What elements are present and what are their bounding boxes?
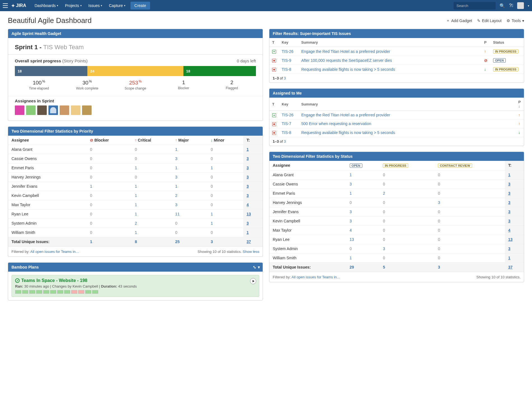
- stat-link[interactable]: 3: [175, 203, 178, 207]
- stat-link[interactable]: 2: [175, 193, 178, 198]
- avatar[interactable]: [71, 105, 80, 115]
- stat-link[interactable]: 1: [135, 203, 137, 207]
- stat-total-link[interactable]: 4: [508, 228, 510, 232]
- avatar[interactable]: [48, 105, 58, 115]
- issue-summary-link[interactable]: Requesting avaliable flights is now taki…: [301, 67, 395, 72]
- avatar[interactable]: [60, 105, 69, 115]
- stat-link[interactable]: 1: [175, 184, 178, 189]
- stat-link[interactable]: 1: [135, 230, 137, 235]
- stat-link[interactable]: 1: [135, 212, 137, 216]
- tools-button[interactable]: ⚙Tools ▾: [507, 18, 524, 23]
- stat-link[interactable]: 1: [350, 173, 352, 177]
- dropdown-icon[interactable]: ▾: [258, 265, 260, 269]
- stat-link[interactable]: 29: [350, 265, 354, 269]
- stage-ok[interactable]: [50, 290, 56, 294]
- stat-link[interactable]: 25: [175, 239, 180, 244]
- stat-link[interactable]: 1: [211, 166, 213, 170]
- stat-link[interactable]: 1: [90, 184, 92, 189]
- stat-link[interactable]: 13: [350, 237, 354, 242]
- stage-ok[interactable]: [29, 290, 35, 294]
- stat-total-link[interactable]: 3: [247, 166, 249, 170]
- stat-total-link[interactable]: 3: [247, 156, 249, 161]
- stage-ok[interactable]: [57, 290, 63, 294]
- issue-key-link[interactable]: TIS-7: [282, 121, 291, 126]
- stat-total-link[interactable]: 3: [247, 221, 249, 225]
- stat-link[interactable]: 2: [383, 191, 385, 196]
- stat-link[interactable]: 2: [135, 221, 137, 225]
- stage-ok[interactable]: [85, 290, 91, 294]
- play-button[interactable]: [250, 278, 256, 284]
- filter-link[interactable]: All open issues for Teams in…: [30, 250, 79, 254]
- stat-total-link[interactable]: 3: [508, 200, 510, 205]
- move-icon[interactable]: ⤡: [253, 265, 256, 269]
- stat-total-link[interactable]: 3: [247, 175, 249, 179]
- stat-total-link[interactable]: 13: [508, 237, 513, 242]
- stat-link[interactable]: 3: [175, 156, 178, 161]
- issue-summary-link[interactable]: Engage the Red Titan Hotel as a preferre…: [301, 49, 390, 54]
- stat-total-link[interactable]: 37: [247, 239, 251, 244]
- stat-total-link[interactable]: 3: [508, 191, 510, 196]
- stat-total-link[interactable]: 3: [247, 184, 249, 189]
- stat-link[interactable]: 3: [350, 182, 352, 186]
- stat-total-link[interactable]: 1: [247, 147, 249, 152]
- stat-link[interactable]: 5: [383, 265, 385, 269]
- stat-link[interactable]: 3: [438, 265, 440, 269]
- stat-total-link[interactable]: 3: [508, 219, 510, 223]
- search-icon[interactable]: 🔍: [500, 3, 505, 8]
- issue-summary-link[interactable]: Requesting avaliable flights is now taki…: [301, 130, 395, 135]
- stage-ok[interactable]: [92, 290, 98, 294]
- stage-ok[interactable]: [15, 290, 21, 294]
- hamburger-icon[interactable]: [3, 3, 8, 8]
- stat-total-link[interactable]: 1: [247, 230, 249, 235]
- stat-link[interactable]: 1: [175, 147, 178, 152]
- issue-key-link[interactable]: TIS-9: [282, 58, 291, 63]
- issue-key-link[interactable]: TIS-8: [282, 130, 291, 135]
- nav-item-capture[interactable]: Capture ▾: [106, 2, 128, 10]
- total-link[interactable]: 3: [284, 76, 286, 80]
- bamboo-plan-link[interactable]: Teams In Space - Website - 198: [21, 278, 87, 283]
- stat-link[interactable]: 1: [175, 166, 178, 170]
- stat-total-link[interactable]: 37: [508, 265, 513, 269]
- show-less-link[interactable]: Show less: [243, 250, 259, 254]
- stage-ok[interactable]: [22, 290, 28, 294]
- stat-link[interactable]: 1: [90, 239, 92, 244]
- stat-link[interactable]: 1: [211, 221, 213, 225]
- stat-total-link[interactable]: 3: [508, 246, 510, 251]
- nav-item-projects[interactable]: Projects ▾: [62, 2, 85, 10]
- nav-item-issues[interactable]: Issues ▾: [86, 2, 105, 10]
- stat-link[interactable]: 3: [350, 219, 352, 223]
- stage-ok[interactable]: [64, 290, 70, 294]
- stat-link[interactable]: 1: [211, 212, 213, 216]
- avatar[interactable]: [15, 105, 24, 115]
- search-input[interactable]: [454, 2, 496, 10]
- stat-total-link[interactable]: 3: [508, 182, 510, 186]
- total-link[interactable]: 3: [284, 139, 286, 144]
- avatar[interactable]: [82, 105, 92, 115]
- filter-link[interactable]: All open issues for Teams in…: [291, 275, 340, 279]
- edit-layout-button[interactable]: ✎Edit Layout: [477, 18, 501, 23]
- stat-link[interactable]: 4: [350, 228, 352, 232]
- stat-total-link[interactable]: 3: [247, 193, 249, 198]
- avatar[interactable]: [26, 105, 36, 115]
- stat-total-link[interactable]: 13: [247, 212, 251, 216]
- issue-key-link[interactable]: TIS-8: [282, 67, 291, 72]
- stat-link[interactable]: 3: [211, 239, 213, 244]
- stat-total-link[interactable]: 1: [508, 173, 510, 177]
- stat-link[interactable]: 11: [175, 212, 180, 216]
- jira-logo[interactable]: ✦ JIRA: [11, 3, 26, 8]
- stat-link[interactable]: 1: [135, 193, 137, 198]
- stat-total-link[interactable]: 1: [508, 256, 510, 260]
- stage-ok[interactable]: [36, 290, 42, 294]
- stat-link[interactable]: 8: [135, 239, 137, 244]
- stat-link[interactable]: 1: [135, 166, 137, 170]
- stage-ok[interactable]: [43, 290, 49, 294]
- stat-link[interactable]: 1: [350, 191, 352, 196]
- stat-link[interactable]: 3: [350, 210, 352, 214]
- stat-total-link[interactable]: 4: [247, 203, 249, 207]
- avatar[interactable]: [37, 105, 47, 115]
- issue-summary-link[interactable]: 500 Error when requesting a reservation: [301, 121, 371, 126]
- issue-key-link[interactable]: TIS-26: [282, 49, 293, 54]
- user-avatar[interactable]: [517, 2, 524, 9]
- help-icon[interactable]: ?⃝: [509, 3, 513, 8]
- stage-fail[interactable]: [71, 290, 77, 294]
